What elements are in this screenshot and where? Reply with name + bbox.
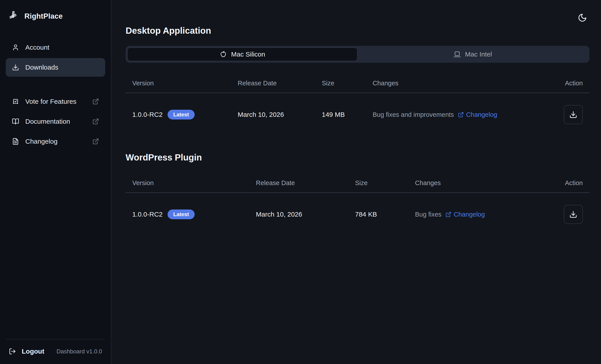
download-icon	[569, 111, 577, 119]
logout-label: Logout	[22, 348, 44, 355]
section-title-wordpress-plugin: WordPress Plugin	[126, 153, 590, 163]
desktop-downloads-table: Version Release Date Size Changes Action…	[126, 74, 590, 136]
download-button[interactable]	[564, 105, 583, 124]
logout-button[interactable]: Logout	[9, 348, 44, 355]
external-link-icon	[445, 211, 451, 218]
latest-badge: Latest	[168, 110, 195, 119]
release-date-value: March 10, 2026	[249, 193, 349, 236]
download-icon	[12, 64, 19, 71]
sidebar-external-group: Vote for Features Documentation	[6, 92, 105, 151]
release-date-value: March 10, 2026	[231, 93, 315, 136]
wordpress-downloads-table: Version Release Date Size Changes Action…	[126, 173, 590, 236]
changelog-link[interactable]: Changelog	[458, 111, 497, 118]
changes-text: Bug fixes	[415, 211, 441, 218]
user-icon	[12, 44, 19, 51]
column-header-size: Size	[349, 173, 408, 193]
file-text-icon	[12, 138, 19, 145]
sidebar-item-documentation[interactable]: Documentation	[6, 112, 105, 131]
platform-tabs: Mac Silicon Mac Intel	[126, 46, 590, 63]
sidebar-item-label: Changelog	[25, 138, 58, 145]
version-value: 1.0.0-RC2	[132, 111, 163, 118]
download-icon	[569, 210, 577, 218]
sidebar: RightPlace Account Downloads	[0, 0, 111, 364]
logo-text: RightPlace	[24, 12, 63, 20]
latest-badge: Latest	[168, 210, 195, 219]
log-out-icon	[9, 348, 16, 355]
hash-lines-logo-icon	[9, 10, 20, 22]
column-header-release-date: Release Date	[231, 74, 315, 93]
tab-mac-silicon[interactable]: Mac Silicon	[127, 48, 358, 61]
download-button[interactable]	[564, 205, 583, 224]
tab-label: Mac Silicon	[231, 50, 265, 58]
theme-toggle-button[interactable]	[576, 11, 589, 24]
column-header-release-date: Release Date	[249, 173, 349, 193]
column-header-version: Version	[126, 173, 249, 193]
column-header-action: Action	[547, 173, 590, 193]
external-link-icon	[92, 118, 99, 125]
laptop-icon	[453, 50, 461, 58]
main-content: Desktop Application Mac Silicon Mac Inte…	[111, 0, 601, 364]
changelog-link-label: Changelog	[466, 111, 497, 118]
logo: RightPlace	[6, 8, 105, 24]
sidebar-item-label: Vote for Features	[25, 98, 76, 105]
table-header-row: Version Release Date Size Changes Action	[126, 74, 590, 93]
moon-icon	[578, 13, 587, 22]
column-header-size: Size	[315, 74, 366, 93]
changelog-link-label: Changelog	[454, 211, 485, 218]
book-open-icon	[12, 118, 19, 125]
sidebar-item-downloads[interactable]: Downloads	[6, 58, 105, 77]
changelog-link[interactable]: Changelog	[445, 211, 485, 218]
table-header-row: Version Release Date Size Changes Action	[126, 173, 590, 193]
app-version: Dashboard v1.0.0	[57, 348, 102, 355]
external-link-icon	[92, 98, 99, 105]
column-header-changes: Changes	[366, 74, 547, 93]
sidebar-footer: Logout Dashboard v1.0.0	[6, 339, 105, 355]
tab-mac-intel[interactable]: Mac Intel	[358, 48, 588, 61]
sidebar-item-label: Documentation	[25, 118, 70, 125]
column-header-changes: Changes	[408, 173, 547, 193]
table-row: 1.0.0-RC2 Latest March 10, 2026 149 MB B…	[126, 93, 590, 136]
apple-icon	[220, 50, 227, 58]
sidebar-nav: Account Downloads Vote for Features	[6, 38, 105, 151]
sidebar-item-changelog[interactable]: Changelog	[6, 132, 105, 151]
size-value: 784 KB	[349, 193, 408, 236]
changes-text: Bug fixes and improvements	[373, 111, 454, 118]
vote-icon	[12, 98, 19, 105]
sidebar-item-label: Downloads	[25, 64, 58, 71]
external-link-icon	[458, 112, 464, 118]
size-value: 149 MB	[315, 93, 366, 136]
column-header-version: Version	[126, 74, 231, 93]
section-title-desktop-application: Desktop Application	[126, 26, 590, 36]
sidebar-item-vote-for-features[interactable]: Vote for Features	[6, 92, 105, 111]
sidebar-item-account[interactable]: Account	[6, 38, 105, 57]
version-value: 1.0.0-RC2	[132, 211, 163, 218]
tab-label: Mac Intel	[465, 50, 492, 58]
table-row: 1.0.0-RC2 Latest March 10, 2026 784 KB B…	[126, 193, 590, 236]
external-link-icon	[92, 138, 99, 145]
sidebar-item-label: Account	[25, 44, 49, 51]
column-header-action: Action	[547, 74, 590, 93]
